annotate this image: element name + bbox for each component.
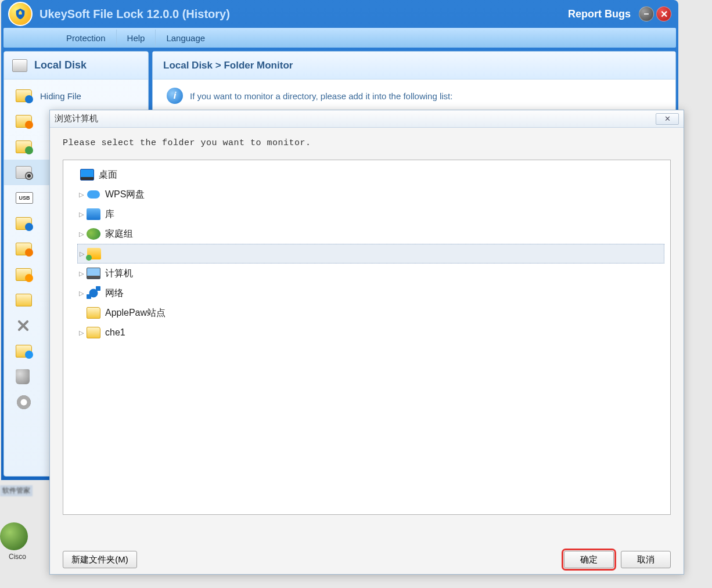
info-icon: i (167, 88, 183, 104)
folder-world-icon (16, 345, 32, 358)
tree-node[interactable]: 桌面 (71, 165, 664, 185)
tree-node-label: 网络 (105, 287, 124, 300)
folder-tree[interactable]: 桌面▷WPS网盘▷库▷家庭组▷ ▷计算机▷网络ApplePaw站点▷che1 (63, 160, 671, 515)
folder-icon (87, 327, 100, 338)
menu-protection[interactable]: Protection (56, 30, 117, 46)
monitor-icon (16, 166, 32, 179)
expander-icon[interactable]: ▷ (77, 329, 85, 337)
tree-node-label: che1 (105, 327, 125, 338)
tree-node-label: WPS网盘 (105, 189, 145, 201)
dialog-body: Please select the folder you want to mon… (50, 128, 684, 545)
folder-check-icon (16, 140, 32, 153)
tree-node[interactable]: ▷ (77, 244, 664, 264)
folder-eye-icon (16, 217, 32, 230)
report-bugs-link[interactable]: Report Bugs (568, 8, 631, 20)
sidebar-header: Local Disk (4, 52, 148, 80)
expander-icon[interactable]: ▷ (77, 191, 85, 199)
dialog-footer: 新建文件夹(M) 确定 取消 (50, 545, 684, 574)
app-title: UkeySoft File Lock 12.0.0 (History) (39, 8, 230, 21)
computer-icon (87, 268, 100, 279)
network-icon (87, 287, 100, 299)
trash-icon (16, 369, 30, 384)
tree-node-label: ApplePaw站点 (105, 307, 166, 319)
taskbar-cisco[interactable]: Cisco (0, 522, 35, 561)
breadcrumb: Local Disk > Folder Monitor (153, 52, 675, 80)
expander-icon[interactable]: ▷ (78, 250, 86, 258)
tree-node[interactable]: ▷WPS网盘 (77, 185, 664, 204)
usb-icon: USB (16, 192, 33, 204)
group-icon (87, 228, 100, 240)
gear-icon (16, 394, 32, 410)
tree-node-label: 桌面 (99, 169, 117, 181)
cancel-button[interactable]: 取消 (621, 551, 671, 568)
expander-icon[interactable]: ▷ (77, 290, 85, 297)
info-text: If you want to monitor a directory, plea… (190, 91, 452, 101)
sidebar-title: Local Disk (34, 59, 87, 71)
folder-hand-icon (16, 268, 32, 281)
folder-icon (16, 294, 32, 306)
ok-button[interactable]: 确定 (564, 551, 614, 568)
minimize-button[interactable]: – (639, 6, 654, 21)
folder-icon (16, 89, 32, 102)
dialog-close-button[interactable]: ✕ (656, 113, 679, 125)
app-logo-icon (8, 2, 33, 26)
menu-help[interactable]: Help (117, 30, 156, 46)
tools-icon (16, 318, 31, 333)
tree-node-label: 计算机 (105, 268, 133, 280)
tree-node-label: 库 (105, 208, 114, 221)
sidebar-item-hiding-file[interactable]: Hiding File (4, 83, 148, 109)
tree-node[interactable]: ▷网络 (77, 283, 664, 303)
tree-node-label: 家庭组 (105, 228, 133, 240)
folder-lock-icon (16, 115, 32, 128)
tree-node[interactable]: ApplePaw站点 (77, 303, 664, 323)
lib-icon (87, 208, 100, 220)
expander-icon[interactable]: ▷ (77, 270, 85, 277)
info-row: i If you want to monitor a directory, pl… (153, 80, 675, 112)
cloud-icon (87, 189, 100, 200)
close-button[interactable]: ✕ (656, 6, 671, 21)
dialog-title: 浏览计算机 (55, 113, 656, 124)
tree-node[interactable]: ▷计算机 (77, 264, 664, 283)
tree-node[interactable]: ▷库 (77, 204, 664, 224)
dialog-titlebar[interactable]: 浏览计算机 ✕ (50, 110, 684, 128)
browse-dialog: 浏览计算机 ✕ Please select the folder you wan… (49, 110, 684, 575)
desktop-icon (80, 169, 94, 181)
expander-icon[interactable]: ▷ (77, 211, 85, 218)
folder-icon (87, 307, 100, 319)
tree-node[interactable]: ▷che1 (77, 323, 664, 342)
cisco-icon (0, 522, 28, 550)
folder-lock-icon (16, 243, 32, 255)
cisco-label: Cisco (0, 553, 35, 561)
sidebar-item-label: Hiding File (40, 91, 81, 101)
menubar: Protection Help Language (3, 28, 676, 48)
dialog-instruction: Please select the folder you want to mon… (63, 138, 671, 148)
expander-icon[interactable]: ▷ (77, 230, 85, 238)
tree-node[interactable]: ▷家庭组 (77, 224, 664, 244)
menu-language[interactable]: Language (156, 30, 215, 46)
user-icon (87, 248, 101, 259)
titlebar: UkeySoft File Lock 12.0.0 (History) Repo… (1, 0, 678, 28)
taskbar-fragment: 软件管家 (0, 485, 33, 496)
disk-icon (12, 59, 27, 72)
new-folder-button[interactable]: 新建文件夹(M) (63, 551, 137, 568)
